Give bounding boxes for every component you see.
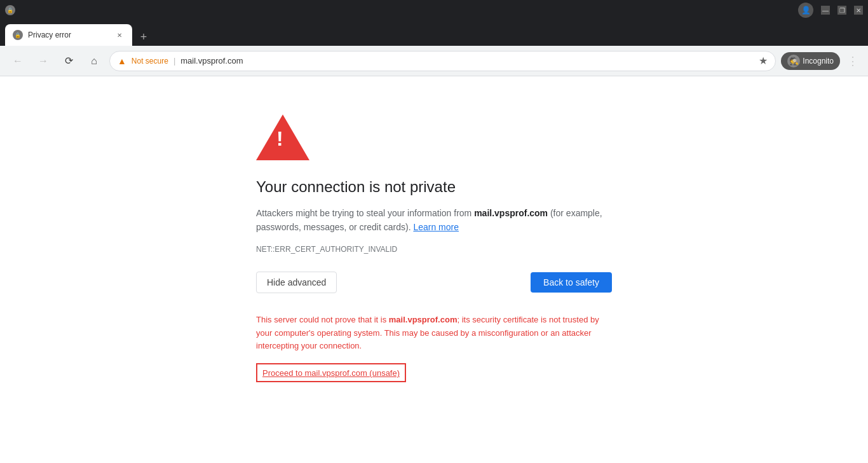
bookmark-button[interactable]: ★ <box>759 55 768 67</box>
domain-bold: mail.vpsprof.com <box>474 208 548 218</box>
advanced-description: This server could not prove that it is m… <box>256 314 612 353</box>
separator: | <box>173 56 175 66</box>
new-tab-button[interactable]: + <box>135 28 153 46</box>
proceed-link[interactable]: Proceed to mail.vpsprof.com (unsafe) <box>262 368 400 378</box>
address-bar[interactable]: ▲ Not secure | mail.vpsprof.com ★ <box>109 51 776 71</box>
warning-icon: ▲ <box>118 56 126 66</box>
main-content: Your connection is not private Attackers… <box>0 76 868 463</box>
hide-advanced-button[interactable]: Hide advanced <box>256 272 337 293</box>
title-bar: 🔒 👤 — ❐ ✕ <box>0 0 868 20</box>
forward-button[interactable]: → <box>33 51 53 71</box>
tab-favicon: 🔒 <box>5 5 15 15</box>
error-heading: Your connection is not private <box>256 178 612 196</box>
buttons-row: Hide advanced Back to safety <box>256 272 612 293</box>
proceed-link-wrapper: Proceed to mail.vpsprof.com (unsafe) <box>256 363 406 382</box>
incognito-label: Incognito <box>803 57 834 66</box>
not-secure-label: Not secure <box>132 57 168 66</box>
tab-title: Privacy error <box>28 31 71 39</box>
learn-more-link[interactable]: Learn more <box>413 222 459 232</box>
advanced-text-start: This server could not prove that it is <box>256 315 389 324</box>
minimize-button[interactable]: — <box>821 6 830 15</box>
active-tab[interactable]: 🔒 Privacy error ✕ <box>5 24 132 46</box>
back-to-safety-button[interactable]: Back to safety <box>531 272 612 293</box>
window-controls: 👤 — ❐ ✕ <box>798 3 863 18</box>
error-description: Attackers might be trying to steal your … <box>256 206 612 235</box>
incognito-icon: 🕵 <box>787 55 800 67</box>
tab-favicon-icon: 🔒 <box>13 30 23 40</box>
advanced-domain: mail.vpsprof.com <box>389 315 458 324</box>
reload-button[interactable]: ⟳ <box>58 51 79 71</box>
nav-bar: ← → ⟳ ⌂ ▲ Not secure | mail.vpsprof.com … <box>0 46 868 76</box>
back-button[interactable]: ← <box>8 51 28 71</box>
url-display: mail.vpsprof.com <box>180 56 243 66</box>
tab-close-button[interactable]: ✕ <box>114 30 125 40</box>
error-code: NET::ERR_CERT_AUTHORITY_INVALID <box>256 245 612 254</box>
close-button[interactable]: ✕ <box>854 6 863 15</box>
description-start: Attackers might be trying to steal your … <box>256 208 474 218</box>
tab-bar: 🔒 Privacy error ✕ + <box>0 20 868 46</box>
warning-triangle-icon <box>256 114 309 160</box>
incognito-badge[interactable]: 🕵 Incognito <box>781 52 840 70</box>
menu-button[interactable]: ⋮ <box>845 53 860 69</box>
maximize-button[interactable]: ❐ <box>837 6 846 15</box>
home-button[interactable]: ⌂ <box>84 51 104 71</box>
profile-icon[interactable]: 👤 <box>798 3 813 18</box>
error-container: Your connection is not private Attackers… <box>243 114 625 382</box>
